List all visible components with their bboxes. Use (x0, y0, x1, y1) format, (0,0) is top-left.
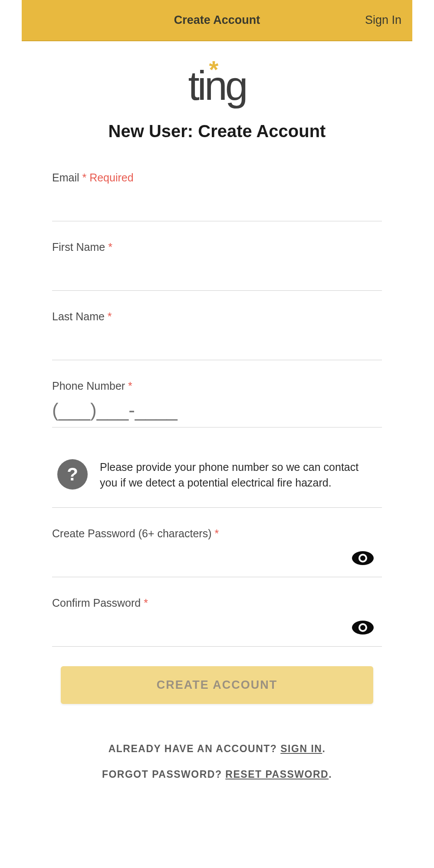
help-icon: ? (57, 459, 88, 490)
svg-point-0 (352, 551, 374, 565)
required-star-icon: * (128, 380, 132, 392)
logo-container: * ting (22, 65, 412, 106)
email-input[interactable] (52, 189, 382, 221)
first-name-label: First Name * (52, 241, 382, 253)
sign-in-link[interactable]: SIGN IN (280, 743, 322, 754)
confirm-password-field-container: Confirm Password * (52, 597, 382, 647)
create-account-form: Email * Required First Name * Last Name … (22, 171, 412, 820)
page-title: New User: Create Account (22, 122, 412, 141)
phone-input[interactable] (52, 398, 382, 427)
show-password-icon[interactable] (352, 551, 374, 567)
first-name-input[interactable] (52, 259, 382, 290)
required-star-icon: * (108, 310, 112, 322)
password-label: Create Password (6+ characters) * (52, 527, 382, 540)
last-name-input[interactable] (52, 328, 382, 360)
phone-info-box: ? Please provide your phone number so we… (52, 447, 382, 508)
show-confirm-password-icon[interactable] (352, 620, 374, 637)
last-name-field-container: Last Name * (52, 310, 382, 360)
create-account-button[interactable]: CREATE ACCOUNT (61, 666, 373, 704)
password-input[interactable] (52, 545, 382, 577)
phone-info-text: Please provide your phone number so we c… (100, 459, 377, 491)
required-star-icon: * (82, 171, 86, 184)
logo-text: ting (188, 62, 246, 108)
footer-links: ALREADY HAVE AN ACCOUNT? SIGN IN. FORGOT… (52, 743, 382, 820)
ting-logo: * ting (188, 65, 246, 106)
header-bar: Create Account Sign In (22, 0, 412, 41)
password-field-container: Create Password (6+ characters) * (52, 527, 382, 577)
email-label: Email * Required (52, 171, 382, 184)
last-name-label: Last Name * (52, 310, 382, 323)
phone-label: Phone Number * (52, 380, 382, 392)
required-star-icon: * (144, 597, 148, 609)
required-star-icon: * (108, 241, 112, 253)
confirm-password-input[interactable] (52, 615, 382, 646)
already-have-account-line: ALREADY HAVE AN ACCOUNT? SIGN IN. (52, 743, 382, 755)
logo-star-icon: * (209, 57, 216, 82)
svg-point-2 (352, 621, 374, 635)
forgot-password-line: FORGOT PASSWORD? RESET PASSWORD. (52, 769, 382, 780)
first-name-field-container: First Name * (52, 241, 382, 291)
tab-sign-in[interactable]: Sign In (365, 13, 401, 27)
tab-create-account[interactable]: Create Account (22, 13, 412, 27)
reset-password-link[interactable]: RESET PASSWORD (225, 769, 329, 780)
required-text: Required (89, 171, 133, 184)
email-field-container: Email * Required (52, 171, 382, 221)
confirm-password-label: Confirm Password * (52, 597, 382, 609)
phone-field-container: Phone Number * (52, 380, 382, 427)
required-star-icon: * (214, 527, 219, 539)
